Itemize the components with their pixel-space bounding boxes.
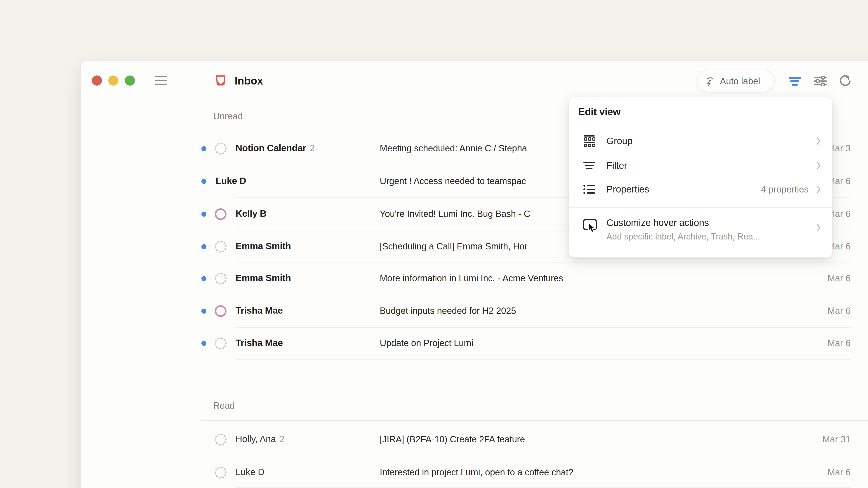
- mail-subject: More information in Lumi Inc. - Acme Ven…: [380, 273, 563, 283]
- avatar: [215, 305, 226, 317]
- sender-name: Kelly B: [236, 208, 267, 219]
- unread-dot-icon: [202, 146, 206, 151]
- mail-date: Mar 31: [760, 434, 850, 445]
- mail-subject: [Scheduling a Call] Emma Smith, Hor: [380, 241, 527, 252]
- auto-label-button-label: Auto label: [720, 76, 760, 86]
- avatar: [215, 241, 226, 253]
- unread-dot-icon: [202, 276, 206, 281]
- mail-date: Mar 6: [760, 467, 850, 477]
- menu-item-description: Add specific label, Archive, Trash, Rea.…: [607, 232, 760, 241]
- divider: [235, 487, 851, 488]
- avatar: [215, 273, 226, 285]
- menu-item-value: 4 properties: [695, 184, 809, 195]
- sender-name: Trisha Mae: [236, 337, 283, 348]
- mail-subject: You're Invited! Lumi Inc. Bug Bash - C: [380, 209, 530, 219]
- menu-item-label: Group: [607, 135, 632, 147]
- properties-list-icon: [583, 184, 596, 195]
- mail-date: Mar 6: [760, 338, 850, 348]
- chevron-right-icon: [817, 223, 821, 232]
- unread-dot-icon: [202, 212, 206, 217]
- avatar: [215, 208, 226, 220]
- filter-lines-icon: [583, 162, 596, 170]
- divider: [569, 207, 832, 207]
- sender-name: Emma Smith: [236, 241, 291, 252]
- mail-subject: [JIRA] (B2FA-10) Create 2FA feature: [380, 434, 525, 445]
- auto-label-icon: [705, 76, 716, 87]
- mail-subject: Interested in project Lumi, open to a co…: [380, 467, 574, 477]
- mail-date: Mar 6: [760, 273, 850, 283]
- mail-row[interactable]: Trisha Mae Update on Project Lumi Mar 6: [0, 327, 868, 360]
- hover-actions-icon: [583, 218, 599, 236]
- refresh-icon[interactable]: [839, 74, 852, 88]
- unread-dot-icon: [202, 179, 206, 184]
- mail-row[interactable]: Emma Smith More information in Lumi Inc.…: [0, 262, 868, 295]
- menu-item-label: Filter: [607, 160, 627, 171]
- mail-row[interactable]: Luke D Interested in project Lumi, open …: [0, 456, 868, 488]
- sender-name: Luke D: [216, 175, 246, 186]
- section-header-unread: Unread: [213, 111, 243, 121]
- divider: [201, 420, 868, 421]
- sender-name: Trisha Mae: [236, 305, 283, 316]
- unread-dot-icon: [202, 244, 206, 249]
- zoom-window-button[interactable]: [125, 75, 135, 86]
- thread-count: 2: [310, 143, 315, 153]
- avatar: [215, 467, 226, 479]
- section-header-read: Read: [213, 400, 235, 411]
- page-title: Inbox: [235, 74, 263, 87]
- menu-item-filter[interactable]: Filter: [569, 154, 832, 177]
- mail-row[interactable]: Holly, Ana2 [JIRA] (B2FA-10) Create 2FA …: [0, 423, 868, 456]
- menu-item-customize-hover-actions[interactable]: Customize hover actions Add specific lab…: [569, 213, 832, 251]
- sender-name: Holly, Ana: [236, 434, 276, 445]
- menu-icon[interactable]: [155, 76, 167, 86]
- sender-name: Luke D: [236, 467, 265, 477]
- avatar: [215, 434, 226, 446]
- edit-view-popover: Edit view Group Filter: [569, 97, 833, 258]
- mail-date: Mar 6: [760, 306, 850, 316]
- unread-dot-icon: [202, 308, 206, 314]
- avatar: [215, 337, 226, 349]
- mail-row[interactable]: Trisha Mae Budget inputs needed for H2 2…: [0, 295, 868, 327]
- sliders-icon[interactable]: [814, 74, 827, 88]
- auto-label-button[interactable]: Auto label: [697, 70, 775, 92]
- divider: [235, 359, 851, 360]
- divider: [235, 456, 851, 456]
- minimize-window-button[interactable]: [108, 75, 119, 86]
- thread-count: 2: [280, 434, 285, 444]
- desktop: Inbox Auto label Unread: [0, 0, 868, 488]
- avatar: [215, 143, 226, 155]
- inbox-icon: [214, 73, 227, 88]
- popover-title: Edit view: [578, 106, 620, 118]
- menu-item-group[interactable]: Group: [569, 129, 832, 153]
- unread-dot-icon: [202, 341, 206, 346]
- filter-icon[interactable]: [788, 74, 801, 88]
- sender-name: Emma Smith: [236, 273, 291, 283]
- chevron-right-icon: [817, 185, 821, 194]
- mail-subject: Meeting scheduled: Annie C / Stepha: [380, 143, 527, 153]
- sender-name: Notion Calendar: [236, 143, 306, 153]
- menu-item-properties[interactable]: Properties 4 properties: [569, 177, 832, 201]
- menu-item-label: Properties: [607, 184, 649, 195]
- mail-subject: Urgent ! Access needed to teamspac: [380, 176, 526, 186]
- menu-item-label: Customize hover actions: [607, 217, 709, 228]
- group-icon: [583, 135, 596, 147]
- close-window-button[interactable]: [92, 75, 102, 86]
- mail-subject: Update on Project Lumi: [380, 338, 473, 348]
- chevron-right-icon: [817, 136, 821, 145]
- mail-subject: Budget inputs needed for H2 2025: [380, 306, 516, 316]
- chevron-right-icon: [817, 161, 821, 170]
